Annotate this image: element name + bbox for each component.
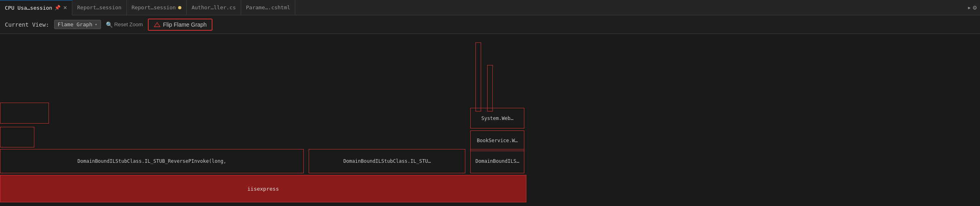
tab-report-session-1[interactable]: Report…session: [72, 0, 127, 15]
flame-bar-bar-left-top[interactable]: [0, 103, 49, 123]
flame-bar-bar-right-stub[interactable]: DomainBoundILS…: [470, 149, 524, 173]
flame-bar-bar-right-system-web[interactable]: System.Web…: [470, 108, 524, 128]
tab-parame-cshtml[interactable]: Parame….cshtml: [241, 0, 296, 15]
tab-author-ller[interactable]: Author…ller.cs: [187, 0, 241, 15]
flame-bar-bar-right-tall-2[interactable]: [487, 65, 493, 111]
flame-bar-bar-right-tall-1[interactable]: [475, 42, 482, 111]
tab-label: Parame….cshtml: [246, 4, 290, 11]
flip-flame-graph-label: Flip Flame Graph: [163, 21, 207, 28]
flame-bar-bar-left-mid[interactable]: [0, 127, 34, 147]
tab-bar: CPU Usa…session 📌 × Report…session Repor…: [0, 0, 980, 15]
flame-bar-bar-right-bookservice[interactable]: BookService.W…: [470, 130, 524, 151]
flame-bar-bar-left-stub[interactable]: DomainBoundILStubClass.IL_STUB_ReversePI…: [0, 149, 304, 173]
flip-icon: [154, 21, 161, 28]
settings-gear-icon[interactable]: ⚙: [973, 4, 977, 11]
overflow-arrow-icon[interactable]: ▸: [967, 4, 972, 11]
flame-graph-area[interactable]: DomainBoundILStubClass.IL_STUB_ReversePI…: [0, 34, 980, 206]
tab-report-session-2[interactable]: Report…session: [127, 0, 187, 15]
root-bar[interactable]: iisexpress: [0, 175, 526, 202]
magnify-icon: 🔍: [106, 21, 113, 28]
tab-label: Report…session: [132, 4, 176, 11]
view-dropdown[interactable]: Flame Graph ▾: [54, 20, 101, 29]
close-icon[interactable]: ×: [63, 4, 67, 11]
reset-zoom-button[interactable]: 🔍 Reset Zoom: [106, 21, 143, 28]
flame-bar-bar-center-stub[interactable]: DomainBoundILStubClass.IL_STU…: [309, 149, 465, 173]
view-value: Flame Graph: [58, 21, 93, 27]
tab-label: CPU Usa…session: [5, 5, 52, 11]
toolbar: Current View: Flame Graph ▾ 🔍 Reset Zoom…: [0, 15, 980, 34]
tab-label: Author…ller.cs: [191, 4, 236, 11]
current-view-label: Current View:: [5, 21, 49, 28]
modified-dot: [178, 6, 181, 9]
tab-label: Report…session: [77, 4, 122, 11]
tab-cpu-session[interactable]: CPU Usa…session 📌 ×: [0, 0, 72, 15]
reset-zoom-label: Reset Zoom: [114, 21, 143, 27]
flip-flame-graph-button[interactable]: Flip Flame Graph: [148, 19, 212, 31]
pin-icon[interactable]: 📌: [55, 5, 61, 11]
tab-bar-end: ▸ ⚙: [967, 4, 980, 11]
chevron-down-icon: ▾: [95, 22, 97, 27]
